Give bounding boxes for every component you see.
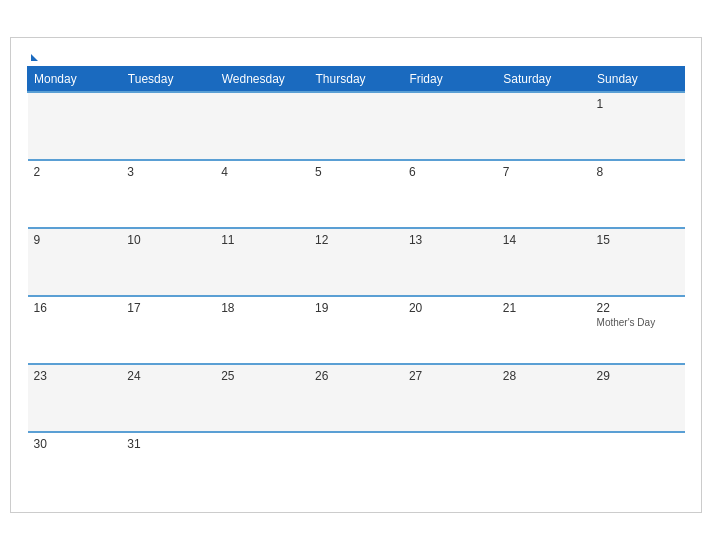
day-number: 7 [503, 165, 585, 179]
calendar-cell: 23 [28, 364, 122, 432]
logo-area [27, 54, 38, 62]
day-number: 22 [597, 301, 679, 315]
calendar-cell: 11 [215, 228, 309, 296]
calendar-cell: 31 [121, 432, 215, 500]
calendar-cell [309, 432, 403, 500]
calendar-cell: 7 [497, 160, 591, 228]
weekday-header-saturday: Saturday [497, 67, 591, 93]
calendar-cell: 10 [121, 228, 215, 296]
weekday-header-sunday: Sunday [591, 67, 685, 93]
calendar-cell: 5 [309, 160, 403, 228]
calendar-cell: 29 [591, 364, 685, 432]
logo-triangle-icon [31, 54, 38, 61]
calendar-cell: 24 [121, 364, 215, 432]
weekday-header-thursday: Thursday [309, 67, 403, 93]
week-row-5: 23242526272829 [28, 364, 685, 432]
weekday-header-row: MondayTuesdayWednesdayThursdayFridaySatu… [28, 67, 685, 93]
day-number: 30 [34, 437, 116, 451]
day-number: 27 [409, 369, 491, 383]
calendar-cell: 8 [591, 160, 685, 228]
day-number: 2 [34, 165, 116, 179]
day-number: 29 [597, 369, 679, 383]
day-number: 25 [221, 369, 303, 383]
week-row-2: 2345678 [28, 160, 685, 228]
calendar-cell: 2 [28, 160, 122, 228]
day-event: Mother's Day [597, 317, 679, 328]
calendar-cell: 3 [121, 160, 215, 228]
day-number: 11 [221, 233, 303, 247]
calendar-cell: 28 [497, 364, 591, 432]
calendar-cell: 12 [309, 228, 403, 296]
calendar-cell: 15 [591, 228, 685, 296]
weekday-header-monday: Monday [28, 67, 122, 93]
day-number: 17 [127, 301, 209, 315]
calendar-container: MondayTuesdayWednesdayThursdayFridaySatu… [10, 37, 702, 513]
calendar-cell: 25 [215, 364, 309, 432]
week-row-1: 1 [28, 92, 685, 160]
calendar-cell [121, 92, 215, 160]
day-number: 5 [315, 165, 397, 179]
calendar-cell: 13 [403, 228, 497, 296]
calendar-cell: 16 [28, 296, 122, 364]
calendar-cell [497, 432, 591, 500]
day-number: 14 [503, 233, 585, 247]
calendar-cell: 27 [403, 364, 497, 432]
calendar-cell: 30 [28, 432, 122, 500]
calendar-cell [403, 432, 497, 500]
calendar-cell: 18 [215, 296, 309, 364]
calendar-cell: 4 [215, 160, 309, 228]
week-row-4: 16171819202122Mother's Day [28, 296, 685, 364]
day-number: 10 [127, 233, 209, 247]
calendar-cell: 19 [309, 296, 403, 364]
calendar-cell [28, 92, 122, 160]
day-number: 15 [597, 233, 679, 247]
calendar-cell: 22Mother's Day [591, 296, 685, 364]
day-number: 6 [409, 165, 491, 179]
day-number: 28 [503, 369, 585, 383]
calendar-cell: 14 [497, 228, 591, 296]
week-row-6: 3031 [28, 432, 685, 500]
day-number: 12 [315, 233, 397, 247]
day-number: 9 [34, 233, 116, 247]
day-number: 4 [221, 165, 303, 179]
calendar-grid: MondayTuesdayWednesdayThursdayFridaySatu… [27, 66, 685, 500]
day-number: 24 [127, 369, 209, 383]
weekday-header-friday: Friday [403, 67, 497, 93]
day-number: 19 [315, 301, 397, 315]
day-number: 16 [34, 301, 116, 315]
day-number: 8 [597, 165, 679, 179]
day-number: 1 [597, 97, 679, 111]
weekday-header-wednesday: Wednesday [215, 67, 309, 93]
calendar-cell [215, 432, 309, 500]
calendar-cell [591, 432, 685, 500]
day-number: 13 [409, 233, 491, 247]
calendar-cell [309, 92, 403, 160]
calendar-cell: 26 [309, 364, 403, 432]
calendar-cell [497, 92, 591, 160]
day-number: 31 [127, 437, 209, 451]
calendar-cell: 9 [28, 228, 122, 296]
day-number: 18 [221, 301, 303, 315]
calendar-cell: 6 [403, 160, 497, 228]
day-number: 23 [34, 369, 116, 383]
day-number: 3 [127, 165, 209, 179]
calendar-cell: 20 [403, 296, 497, 364]
weekday-header-tuesday: Tuesday [121, 67, 215, 93]
week-row-3: 9101112131415 [28, 228, 685, 296]
calendar-cell [215, 92, 309, 160]
calendar-cell: 1 [591, 92, 685, 160]
day-number: 20 [409, 301, 491, 315]
calendar-cell: 17 [121, 296, 215, 364]
calendar-cell [403, 92, 497, 160]
day-number: 21 [503, 301, 585, 315]
calendar-cell: 21 [497, 296, 591, 364]
day-number: 26 [315, 369, 397, 383]
logo-blue-row [27, 54, 38, 62]
